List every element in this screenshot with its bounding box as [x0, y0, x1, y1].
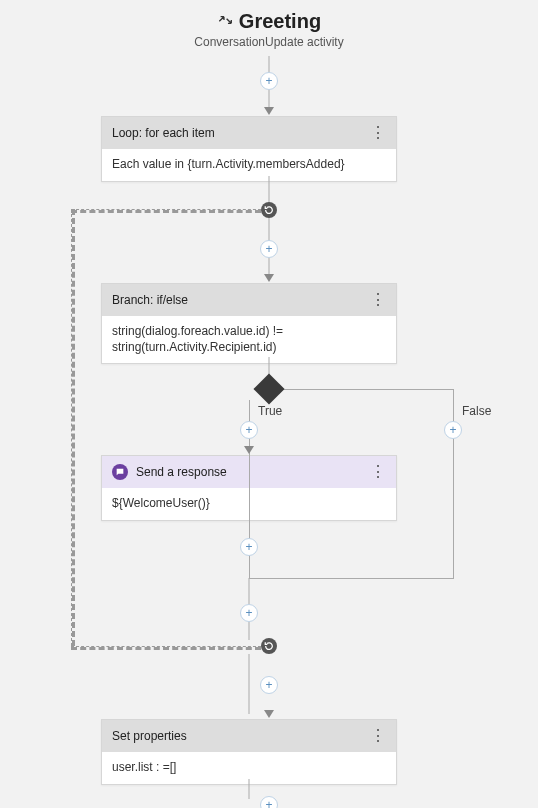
loop-body: Each value in {turn.Activity.membersAdde… [102, 149, 396, 181]
loop-header: Loop: for each item [112, 126, 215, 140]
response-menu-icon[interactable]: ⋮ [370, 464, 386, 480]
response-header: Send a response [136, 465, 227, 479]
chat-icon [112, 464, 128, 480]
setprops-header: Set properties [112, 729, 187, 743]
branch-diamond-icon [253, 373, 284, 404]
add-node-after-loop[interactable]: + [260, 676, 278, 694]
false-label: False [462, 404, 491, 418]
branch-header: Branch: if/else [112, 293, 188, 307]
branch-menu-icon[interactable]: ⋮ [370, 292, 386, 308]
branch-body: string(dialog.foreach.value.id) != strin… [102, 316, 396, 363]
branch-card[interactable]: Branch: if/else ⋮ string(dialog.foreach.… [101, 283, 397, 364]
add-node-top[interactable]: + [260, 72, 278, 90]
trigger-title: Greeting [239, 10, 321, 33]
trigger-icon [217, 12, 233, 32]
add-node-in-loop[interactable]: + [260, 240, 278, 258]
loop-card[interactable]: Loop: for each item ⋮ Each value in {tur… [101, 116, 397, 182]
trigger-subtitle: ConversationUpdate activity [194, 35, 343, 49]
add-node-true[interactable]: + [240, 421, 258, 439]
loop-menu-icon[interactable]: ⋮ [370, 125, 386, 141]
add-node-bottom[interactable]: + [260, 796, 278, 808]
true-label: True [258, 404, 282, 418]
add-node-false[interactable]: + [444, 421, 462, 439]
add-node-after-response[interactable]: + [240, 538, 258, 556]
loop-top-icon [261, 202, 277, 218]
loop-bottom-icon [261, 638, 277, 654]
setprops-menu-icon[interactable]: ⋮ [370, 728, 386, 744]
flow-canvas: Greeting ConversationUpdate activity + L… [0, 0, 538, 808]
trigger-title-block: Greeting ConversationUpdate activity [194, 10, 343, 49]
setprops-card[interactable]: Set properties ⋮ user.list : =[] [101, 719, 397, 785]
add-node-after-branch[interactable]: + [240, 604, 258, 622]
